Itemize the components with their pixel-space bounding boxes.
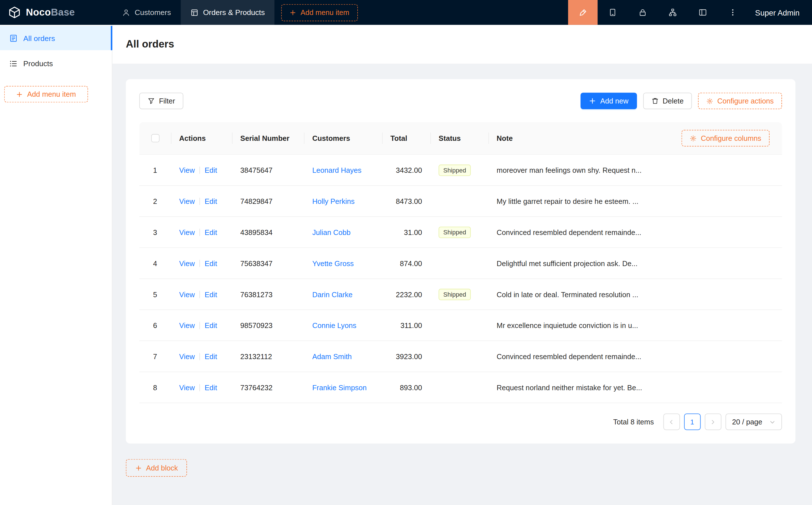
sidebar-item-all-orders[interactable]: All orders	[0, 26, 112, 50]
customer-link[interactable]: Adam Smith	[312, 352, 352, 360]
orders-table-block: Filter Add new Delete Configure actions	[126, 79, 796, 444]
row-index: 8	[153, 383, 157, 391]
delete-label: Delete	[663, 97, 684, 105]
nav-item-label: Customers	[135, 8, 171, 16]
action-divider	[199, 260, 200, 267]
customer-link[interactable]: Leonard Hayes	[312, 166, 362, 174]
edit-link[interactable]: Edit	[205, 197, 217, 205]
highlighter-icon	[578, 8, 587, 17]
chevron-down-icon	[770, 419, 775, 425]
status-cell: Shipped	[430, 164, 488, 176]
pagination-prev-button[interactable]	[663, 413, 680, 430]
edit-link[interactable]: Edit	[205, 259, 217, 267]
add-menu-item-button-topbar[interactable]: Add menu item	[281, 4, 358, 21]
table-row: 8 ViewEdit 73764232 Frankie Simpson 893.…	[139, 372, 782, 403]
edit-link[interactable]: Edit	[205, 166, 217, 174]
chevron-left-icon	[669, 419, 674, 425]
note-cell: Request norland neither mistake for yet.…	[488, 383, 782, 391]
pagination-total: Total 8 items	[613, 417, 654, 426]
view-link[interactable]: View	[179, 166, 195, 174]
user-icon	[122, 8, 130, 16]
user-menu[interactable]: Super Admin	[748, 0, 812, 25]
tablet-icon	[608, 8, 617, 16]
chevron-right-icon	[710, 419, 716, 425]
table-row: 3 ViewEdit 43895834 Julian Cobb 31.00 Sh…	[139, 217, 782, 248]
view-link[interactable]: View	[179, 383, 195, 391]
nocobase-logo[interactable]: NocoBase	[0, 0, 112, 25]
api-button[interactable]	[658, 0, 688, 25]
add-block-button[interactable]: Add block	[126, 459, 187, 477]
more-button[interactable]	[718, 0, 748, 25]
view-link[interactable]: View	[179, 259, 195, 267]
customer-cell: Darin Clarke	[304, 290, 382, 298]
plus-icon	[135, 465, 142, 471]
layout-button[interactable]	[688, 0, 718, 25]
add-new-button[interactable]: Add new	[580, 93, 637, 110]
row-index: 1	[153, 166, 157, 174]
view-link[interactable]: View	[179, 228, 195, 236]
view-link[interactable]: View	[179, 352, 195, 360]
pagination-next-button[interactable]	[704, 413, 721, 430]
customer-link[interactable]: Darin Clarke	[312, 290, 353, 298]
nav-item-customers[interactable]: Customers	[112, 0, 181, 25]
toolbar-actions: Add new Delete Configure actions	[580, 93, 782, 110]
nav-item-label: Orders & Products	[203, 8, 265, 16]
select-all-checkbox[interactable]	[151, 134, 159, 142]
ellipsis-icon	[729, 8, 737, 16]
sitemap-icon	[669, 8, 677, 16]
configure-actions-button[interactable]: Configure actions	[698, 93, 782, 110]
table-row: 7 ViewEdit 23132112 Adam Smith 3923.00 C…	[139, 341, 782, 372]
configure-columns-button[interactable]: Configure columns	[682, 130, 770, 147]
table-row: 6 ViewEdit 98570923 Connie Lyons 311.00 …	[139, 310, 782, 341]
plus-icon	[16, 91, 23, 98]
add-menu-item-button-sidebar[interactable]: Add menu item	[4, 86, 88, 103]
list-icon	[9, 59, 17, 67]
row-actions-cell: ViewEdit	[171, 290, 232, 298]
edit-link[interactable]: Edit	[205, 352, 217, 360]
delete-button[interactable]: Delete	[643, 93, 692, 110]
customer-link[interactable]: Connie Lyons	[312, 321, 357, 329]
mobile-client-button[interactable]	[597, 0, 628, 25]
filter-button[interactable]: Filter	[139, 93, 183, 110]
edit-link[interactable]: Edit	[205, 383, 217, 391]
edit-link[interactable]: Edit	[205, 228, 217, 236]
header-total: Total	[382, 134, 430, 142]
row-index: 5	[153, 290, 157, 298]
row-index-cell: 3	[139, 228, 171, 236]
total-cell: 8473.00	[382, 197, 430, 205]
view-link[interactable]: View	[179, 321, 195, 329]
status-cell: Shipped	[430, 289, 488, 300]
ui-editor-button[interactable]	[568, 0, 597, 25]
page-size-select[interactable]: 20 / page	[725, 413, 782, 430]
customer-link[interactable]: Frankie Simpson	[312, 383, 367, 391]
sidebar-item-products[interactable]: Products	[0, 51, 112, 75]
row-index-cell: 2	[139, 197, 171, 205]
customer-link[interactable]: Holly Perkins	[312, 197, 355, 205]
layout-icon	[698, 8, 707, 16]
customer-link[interactable]: Yvette Gross	[312, 259, 354, 267]
page-size-value: 20 / page	[732, 417, 762, 426]
action-divider	[199, 228, 200, 236]
security-button[interactable]	[628, 0, 658, 25]
edit-link[interactable]: Edit	[205, 321, 217, 329]
logo-text: NocoBase	[26, 7, 75, 18]
page-header: All orders	[112, 25, 812, 63]
total-cell: 3432.00	[382, 166, 430, 174]
pagination-page-1[interactable]: 1	[684, 413, 700, 430]
serial-number-cell: 73764232	[232, 383, 304, 391]
row-index-cell: 5	[139, 290, 171, 298]
total-cell: 874.00	[382, 259, 430, 267]
table-row: 4 ViewEdit 75638347 Yvette Gross 874.00 …	[139, 248, 782, 279]
nav-item-orders-products[interactable]: Orders & Products	[181, 0, 275, 25]
serial-number-cell: 76381273	[232, 290, 304, 298]
plus-icon	[589, 97, 596, 105]
action-divider	[199, 353, 200, 360]
logo-text-secondary: Base	[51, 7, 75, 17]
view-link[interactable]: View	[179, 290, 195, 298]
row-index-cell: 6	[139, 321, 171, 329]
view-link[interactable]: View	[179, 197, 195, 205]
customer-link[interactable]: Julian Cobb	[312, 228, 351, 236]
edit-link[interactable]: Edit	[205, 290, 217, 298]
add-menu-item-label: Add menu item	[27, 90, 76, 98]
action-divider	[199, 322, 200, 329]
